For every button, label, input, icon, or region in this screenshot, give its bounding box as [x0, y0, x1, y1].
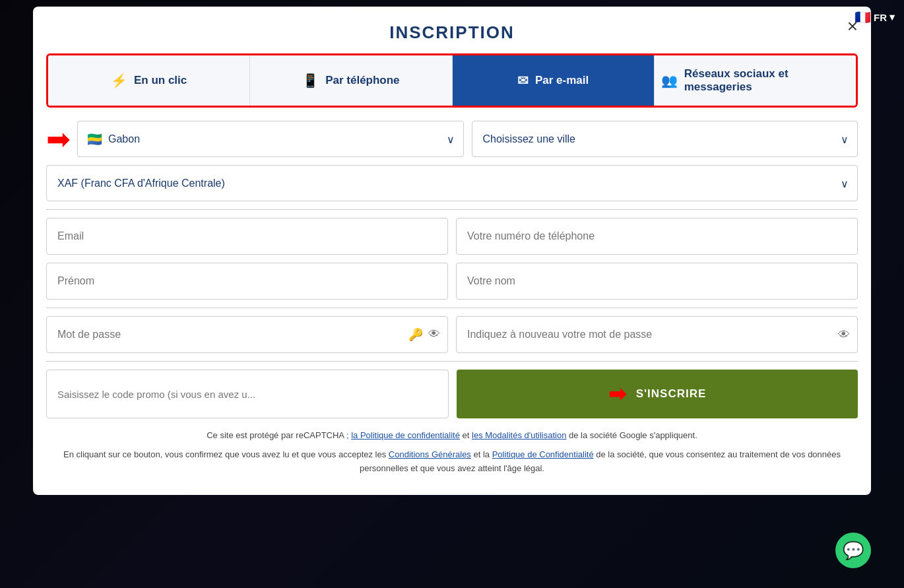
social-icon: 👥	[661, 73, 678, 88]
lastname-input[interactable]	[456, 263, 858, 300]
tab-one-click-label: En un clic	[134, 74, 187, 87]
eye-confirm-icon[interactable]: 👁	[838, 328, 850, 342]
country-flag-icon: 🇬🇦	[86, 131, 103, 147]
password-input[interactable]	[46, 316, 448, 353]
consent-text: En cliquant sur ce bouton, vous confirme…	[63, 449, 386, 459]
terms-link[interactable]: les Modalités d'utilisation	[472, 430, 566, 440]
city-select-wrapper: Choisissez une ville ∨	[472, 121, 858, 157]
footer-legal-text: Ce site est protégé par reCAPTCHA ; la P…	[46, 429, 858, 475]
country-arrow-icon: ➡	[46, 125, 71, 154]
modal-overlay: INSCRIPTION × ⚡ En un clic 📱 Par télépho…	[0, 0, 904, 588]
language-button[interactable]: 🇫🇷 FR ▾	[855, 9, 895, 25]
and2-text: et la	[474, 449, 490, 459]
tab-social-label: Réseaux sociaux et messageries	[684, 67, 849, 94]
lang-flag-icon: 🇫🇷	[855, 9, 871, 25]
cgu-link[interactable]: Conditions Générales	[389, 449, 471, 459]
google-text: de la société Google s'appliquent.	[569, 430, 697, 440]
tab-email-label: Par e-mail	[535, 74, 589, 87]
divider-2	[46, 308, 858, 308]
password-icons: 🔑 👁	[408, 327, 440, 342]
country-select-wrapper: 🇬🇦 Gabon ∨	[77, 121, 464, 157]
key-icon: 🔑	[408, 327, 423, 342]
submit-label: S'INSCRIRE	[636, 387, 707, 401]
tab-social[interactable]: 👥 Réseaux sociaux et messageries	[655, 55, 856, 106]
lang-code: FR	[874, 12, 887, 23]
email-phone-row	[46, 218, 858, 255]
confirm-password-input-group: 👁	[456, 316, 858, 353]
recaptcha-text: Ce site est protégé par reCAPTCHA ;	[207, 430, 348, 440]
submit-button[interactable]: ➡ S'INSCRIRE	[457, 370, 858, 418]
lightning-icon: ⚡	[111, 73, 127, 88]
promo-submit-row: ➡ S'INSCRIRE	[46, 370, 858, 418]
firstname-input[interactable]	[46, 263, 448, 300]
phone-input[interactable]	[456, 218, 858, 255]
lastname-input-group	[456, 263, 858, 300]
phone-icon: 📱	[302, 73, 319, 88]
email-input-group	[46, 218, 448, 255]
email-input[interactable]	[46, 218, 448, 255]
modal-header: INSCRIPTION ×	[33, 7, 871, 53]
divider-1	[46, 209, 858, 210]
privacy-link[interactable]: la Politique de confidentialité	[351, 430, 460, 440]
eye-icon[interactable]: 👁	[428, 327, 440, 342]
and-text: et	[463, 430, 470, 440]
registration-tabs: ⚡ En un clic 📱 Par téléphone ✉ Par e-mai…	[46, 53, 858, 108]
confirm-password-icons: 👁	[838, 328, 850, 342]
email-icon: ✉	[517, 73, 529, 88]
chat-button[interactable]: 💬	[835, 533, 871, 568]
name-row	[46, 263, 858, 300]
divider-3	[46, 361, 858, 362]
firstname-input-group	[46, 263, 448, 300]
tab-phone-label: Par téléphone	[325, 74, 399, 87]
password-row: 🔑 👁 👁	[46, 316, 858, 353]
privacy2-link[interactable]: Politique de Confidentialité	[492, 449, 594, 459]
tab-phone[interactable]: 📱 Par téléphone	[250, 55, 452, 106]
tab-email[interactable]: ✉ Par e-mail	[453, 55, 655, 106]
chat-icon: 💬	[843, 540, 864, 561]
inscription-modal: INSCRIPTION × ⚡ En un clic 📱 Par télépho…	[33, 7, 871, 495]
promo-input[interactable]	[46, 370, 449, 418]
currency-select[interactable]: XAF (Franc CFA d'Afrique Centrale)	[46, 165, 858, 201]
phone-input-group	[456, 218, 858, 255]
lang-chevron-icon: ▾	[889, 11, 895, 23]
tab-one-click[interactable]: ⚡ En un clic	[48, 55, 250, 106]
modal-title: INSCRIPTION	[46, 22, 858, 43]
password-input-group: 🔑 👁	[46, 316, 448, 353]
registration-form: ➡ 🇬🇦 Gabon ∨ Choisissez une ville ∨	[33, 121, 871, 475]
country-select[interactable]: Gabon	[77, 121, 464, 157]
city-select[interactable]: Choisissez une ville	[472, 121, 858, 157]
confirm-password-input[interactable]	[456, 316, 858, 353]
currency-select-wrapper: XAF (Franc CFA d'Afrique Centrale) ∨	[46, 165, 858, 201]
submit-arrow-icon: ➡	[608, 381, 627, 407]
